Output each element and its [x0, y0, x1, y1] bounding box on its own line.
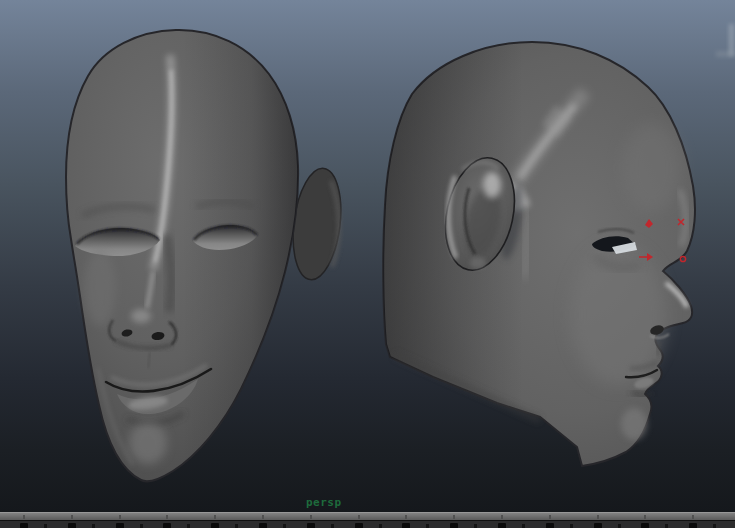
frame-number-tick	[163, 523, 171, 528]
frame-number-tick	[259, 523, 267, 528]
frame-tick	[235, 524, 238, 528]
frame-tick	[92, 524, 95, 528]
camera-label: persp	[306, 496, 342, 509]
frame-tick	[331, 524, 334, 528]
frame-number-tick	[498, 523, 506, 528]
frame-tick	[379, 524, 382, 528]
viewport-canvas[interactable]	[0, 0, 735, 512]
frame-number-tick	[211, 523, 219, 528]
bar-tick	[214, 515, 216, 519]
frame-tick	[283, 524, 286, 528]
frame-tick	[140, 524, 143, 528]
frame-tick	[426, 524, 429, 528]
bar-tick	[119, 515, 121, 519]
bar-tick	[644, 515, 646, 519]
time-slider-ruler[interactable]	[0, 521, 735, 528]
frame-number-tick	[641, 523, 649, 528]
frame-tick	[474, 524, 477, 528]
bar-tick	[549, 515, 551, 519]
bar-tick	[405, 515, 407, 519]
bar-tick	[453, 515, 455, 519]
bar-tick	[692, 515, 694, 519]
nose-tip-highlight	[131, 309, 151, 323]
bar-tick	[358, 515, 360, 519]
frame-number-tick	[116, 523, 124, 528]
edge-geometry-sliver	[716, 24, 735, 57]
application-window: persp	[0, 0, 735, 528]
frame-tick	[187, 524, 190, 528]
frame-tick	[665, 524, 668, 528]
bar-tick	[501, 515, 503, 519]
frame-number-tick	[20, 523, 28, 528]
frame-tick	[618, 524, 621, 528]
frame-number-tick	[546, 523, 554, 528]
forehead-soft-highlight	[622, 123, 682, 213]
left-cheek-highlight	[84, 250, 116, 326]
frame-number-tick	[689, 523, 697, 528]
frame-number-tick	[355, 523, 363, 528]
frame-tick	[713, 524, 716, 528]
head-front-view[interactable]	[66, 30, 347, 481]
frame-tick	[570, 524, 573, 528]
side-chin-highlight	[621, 408, 647, 440]
frame-tick	[44, 524, 47, 528]
ear-lobe-highlight	[470, 257, 486, 269]
frame-number-tick	[594, 523, 602, 528]
bar-tick	[23, 515, 25, 519]
frame-number-tick	[450, 523, 458, 528]
nose-side-shadow	[166, 235, 171, 312]
bar-tick	[597, 515, 599, 519]
frame-number-tick	[307, 523, 315, 528]
time-slider-bar[interactable]	[0, 512, 735, 521]
bar-tick	[71, 515, 73, 519]
temple-streak	[524, 205, 527, 278]
bar-tick	[310, 515, 312, 519]
bar-tick	[166, 515, 168, 519]
frame-tick	[522, 524, 525, 528]
bar-tick	[262, 515, 264, 519]
ear-inner-highlight	[483, 172, 501, 198]
chin-highlight	[129, 422, 167, 464]
frame-number-tick	[68, 523, 76, 528]
frame-number-tick	[402, 523, 410, 528]
perspective-viewport[interactable]: persp	[0, 0, 735, 512]
